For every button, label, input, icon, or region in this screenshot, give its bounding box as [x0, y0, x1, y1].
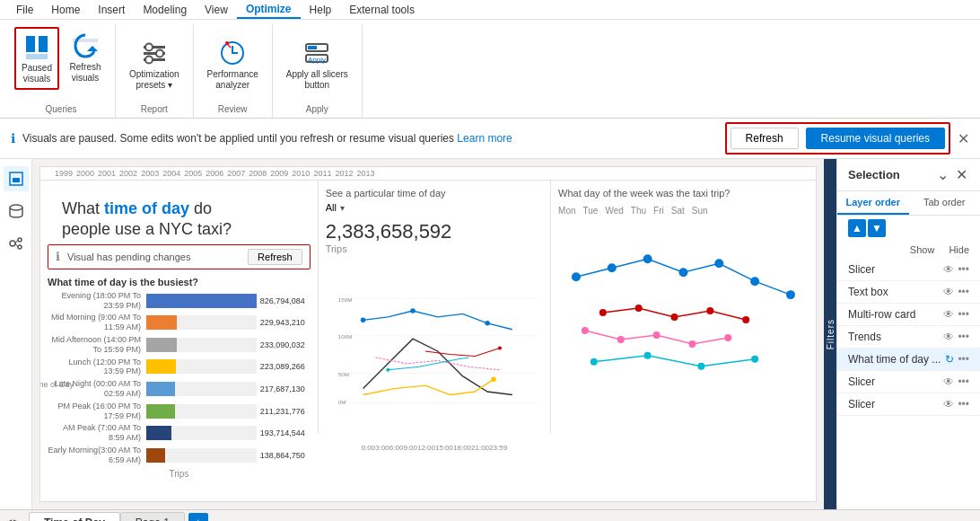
bar-fill-4 [146, 382, 175, 396]
svg-point-38 [386, 368, 389, 372]
bar-track-4 [146, 382, 257, 396]
eye-icon-4: 👁 [943, 331, 954, 343]
svg-point-21 [18, 238, 22, 242]
notification-resume-button[interactable]: Resume visual queries [806, 128, 945, 149]
page-nav-left[interactable]: ◀ [4, 517, 12, 522]
menu-external-tools[interactable]: External tools [340, 2, 424, 18]
learn-more-link[interactable]: Learn more [457, 132, 512, 145]
bar-row-1: Mid Morning (9:00 AM To 11:59 AM) 229,94… [48, 313, 311, 332]
bar-row-5: PM Peak (16:00 PM To 17:59 PM) 211,231,7… [48, 402, 311, 421]
performance-analyzer-icon [218, 39, 247, 67]
selection-tab-bar: Layer order Tab order [837, 191, 980, 216]
bar-row-7: Early Morning(3:00 AM To 6:59 AM) 138,86… [48, 446, 311, 465]
bar-row-0: Evening (18:00 PM To 23:59 PM) 826,794,0… [48, 291, 311, 311]
bar-fill-5 [146, 404, 175, 419]
bar-chart-title: What time of day is the busiest? [48, 277, 311, 287]
filters-label: Filters [826, 319, 836, 349]
move-up-button[interactable]: ▲ [848, 219, 866, 237]
menu-file[interactable]: File [7, 2, 42, 18]
notification-text: Visuals are paused. Some edits won't be … [22, 132, 718, 145]
move-down-button[interactable]: ▼ [868, 219, 886, 237]
move-arrows: ▲ ▼ [837, 216, 980, 241]
layer-row-textbox[interactable]: Text box 👁••• [837, 281, 980, 304]
bar-track-0 [146, 294, 257, 308]
canvas-inner: 1999 2000 2001 2002 2003 2004 2005 2006 … [39, 166, 817, 502]
menu-modeling[interactable]: Modeling [134, 2, 196, 18]
more-icon-2[interactable]: ••• [958, 286, 969, 298]
tab-tab-order[interactable]: Tab order [909, 191, 981, 215]
center-filter[interactable]: All ▾ [326, 202, 543, 213]
svg-point-20 [10, 241, 15, 246]
page-tabs: ◀ ▶ Time of Day Page 1 + [0, 509, 980, 521]
apply-all-slicers-icon: Apply [302, 39, 331, 67]
layer-row-trends[interactable]: Trends 👁••• [837, 326, 980, 349]
svg-text:150M: 150M [337, 296, 352, 303]
right-subtitle: What day of the week was the taxi trip? [558, 188, 809, 199]
tab-layer-order[interactable]: Layer order [837, 191, 909, 215]
bar-track-6 [146, 426, 257, 440]
paused-visuals-button[interactable]: Pausedvisuals [14, 27, 59, 90]
sidebar-icon-report[interactable] [4, 166, 29, 191]
bar-row-2: Mid Afternoon (14:00 PM To 15:59 PM) 233… [48, 335, 311, 355]
filters-panel[interactable]: Filters [824, 159, 836, 509]
pending-notice: ℹ Visual has pending changes Refresh [48, 244, 311, 269]
page-tab-time-of-day[interactable]: Time of Day [29, 512, 120, 522]
left-sidebar [0, 159, 32, 509]
center-subtitle: See a particular time of day [326, 188, 543, 199]
ribbon-group-report: Optimizationpresets ▾ Report [116, 23, 194, 118]
layer-row-slicer3[interactable]: Slicer 👁••• [837, 393, 980, 416]
notification-close-button[interactable]: ✕ [958, 130, 969, 147]
show-label[interactable]: Show [910, 244, 935, 255]
layer-row-multirow[interactable]: Multi-row card 👁••• [837, 304, 980, 326]
center-chart: 150M 100M 50M 0M [326, 261, 543, 441]
viz-main-title: What time of day dopeople use a NYC taxi… [48, 188, 311, 244]
svg-point-10 [145, 57, 153, 64]
more-icon-5[interactable]: ••• [958, 353, 969, 366]
svg-point-8 [145, 44, 153, 51]
menu-insert[interactable]: Insert [89, 2, 134, 18]
hide-label[interactable]: Hide [949, 244, 969, 255]
more-icon-6[interactable]: ••• [958, 375, 969, 388]
menu-view[interactable]: View [196, 2, 237, 18]
notification-refresh-button[interactable]: Refresh [731, 128, 799, 149]
canvas-area: 1999 2000 2001 2002 2003 2004 2005 2006 … [32, 159, 824, 509]
bar-fill-6 [146, 426, 171, 440]
refresh-visuals-button[interactable]: Refreshvisuals [63, 27, 108, 90]
menu-help[interactable]: Help [301, 2, 341, 18]
apply-all-slicers-button[interactable]: Apply Apply all slicersbutton [280, 34, 354, 95]
more-icon-3[interactable]: ••• [958, 308, 969, 321]
svg-rect-2 [26, 54, 48, 59]
menu-optimize[interactable]: Optimize [237, 1, 301, 19]
apply-group-label: Apply [306, 101, 328, 114]
selection-collapse-button[interactable]: ⌄ [935, 166, 950, 183]
layer-row-slicer1[interactable]: Slicer 👁••• [837, 259, 980, 281]
pending-refresh-button[interactable]: Refresh [248, 249, 302, 265]
sidebar-icon-model[interactable] [4, 231, 29, 256]
page-nav-right[interactable]: ▶ [13, 517, 22, 522]
layer-row-slicer2[interactable]: Slicer 👁••• [837, 371, 980, 393]
svg-line-24 [15, 243, 18, 247]
performance-analyzer-button[interactable]: Performanceanalyzer [201, 34, 265, 95]
svg-point-33 [360, 318, 365, 323]
selection-header: Selection ⌄ ✕ [837, 159, 980, 191]
bar-row-6: AM Peak (7:00 AM To 8:59 AM) 193,714,544 [48, 423, 311, 443]
eye-icon-3: 👁 [943, 308, 954, 321]
page-tab-page1[interactable]: Page 1 [120, 512, 185, 521]
bar-value-4: 217,687,130 [257, 384, 311, 393]
add-page-button[interactable]: + [188, 513, 208, 522]
layer-row-whattime[interactable]: What time of day ... ↻ ••• [837, 349, 980, 371]
svg-rect-0 [26, 36, 35, 52]
optimization-presets-button[interactable]: Optimizationpresets ▾ [123, 34, 186, 95]
paused-visuals-label: Pausedvisuals [22, 63, 52, 84]
sidebar-icon-data[interactable] [4, 199, 29, 224]
more-icon-7[interactable]: ••• [958, 398, 969, 411]
selection-close-button[interactable]: ✕ [954, 166, 969, 183]
svg-point-12 [225, 41, 229, 45]
menu-home[interactable]: Home [42, 2, 89, 18]
ribbon-group-review: Performanceanalyzer Review [194, 23, 273, 118]
ribbon: Pausedvisuals Refreshvisuals Queries [0, 20, 980, 119]
page-nav[interactable]: ◀ ▶ [4, 517, 22, 522]
more-icon-4[interactable]: ••• [958, 331, 969, 343]
svg-rect-4 [73, 39, 98, 42]
more-icon[interactable]: ••• [958, 263, 969, 276]
